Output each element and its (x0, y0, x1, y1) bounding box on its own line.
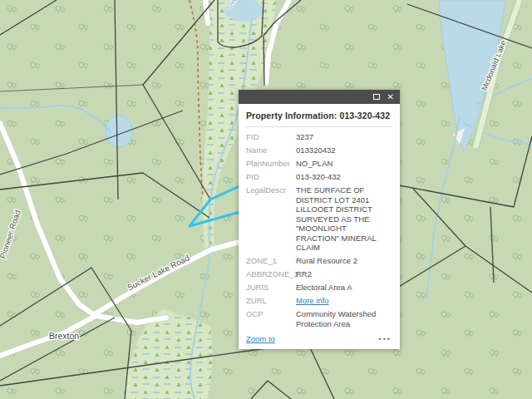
field-value: Electoral Area A (296, 283, 392, 293)
field-label: JURIS (246, 283, 296, 293)
zoom-to-link[interactable]: Zoom to (246, 334, 275, 343)
close-icon[interactable]: ✕ (387, 93, 394, 101)
table-row: ZURL More info (246, 296, 392, 306)
table-row: FID 3237 (246, 132, 392, 142)
divider (246, 126, 392, 127)
popup-title: Property Information: 013-320-432 (246, 111, 392, 121)
table-row: PID 013-320-432 (246, 172, 392, 182)
table-row: Name 013320432 (246, 145, 392, 155)
field-label: ZURL (246, 296, 296, 306)
popup-body: Property Information: 013-320-432 FID 32… (239, 104, 400, 349)
table-row: JURIS Electoral Area A (246, 283, 392, 293)
table-row: LegalDescr THE SURFACE OF DISTRICT LOT 2… (246, 185, 392, 253)
label-brexton: Brexton (49, 331, 79, 341)
property-popup: ✕ Property Information: 013-320-432 FID … (239, 90, 400, 349)
field-value: 013320432 (296, 145, 392, 155)
field-value: 013-320-432 (296, 172, 392, 182)
field-label: PID (246, 172, 296, 182)
table-row: PlanNumber NO_PLAN (246, 159, 392, 169)
map-application-window: Sucker Lake Road Brexton Pioneer Road Mc… (0, 0, 532, 399)
more-options-button[interactable]: ••• (379, 337, 392, 342)
field-label: OCP (246, 309, 296, 328)
field-label: FID (246, 132, 296, 142)
field-value: NO_PLAN (296, 159, 392, 169)
field-value: Rural Resource 2 (296, 256, 392, 266)
popup-titlebar[interactable]: ✕ (239, 90, 400, 104)
field-label: Name (246, 145, 296, 155)
attribute-table: FID 3237 Name 013320432 PlanNumber NO_PL… (246, 132, 392, 328)
field-label: ABBRZONE_1 (246, 269, 296, 279)
field-value: Community Watershed Protection Area (296, 309, 392, 328)
field-label: LegalDescr (246, 185, 296, 253)
table-row: ZONE_1 Rural Resource 2 (246, 256, 392, 266)
table-row: OCP Community Watershed Protection Area (246, 309, 392, 328)
maximize-icon[interactable] (373, 94, 380, 100)
field-label: PlanNumber (246, 159, 296, 169)
more-info-link[interactable]: More info (296, 296, 329, 305)
field-value: RR2 (296, 269, 392, 279)
field-label: ZONE_1 (246, 256, 296, 266)
field-value: 3237 (296, 132, 392, 142)
field-value: THE SURFACE OF DISTRICT LOT 2401 LILLOOE… (296, 185, 392, 253)
popup-footer: Zoom to ••• (246, 334, 392, 343)
table-row: ABBRZONE_1 RR2 (246, 269, 392, 279)
